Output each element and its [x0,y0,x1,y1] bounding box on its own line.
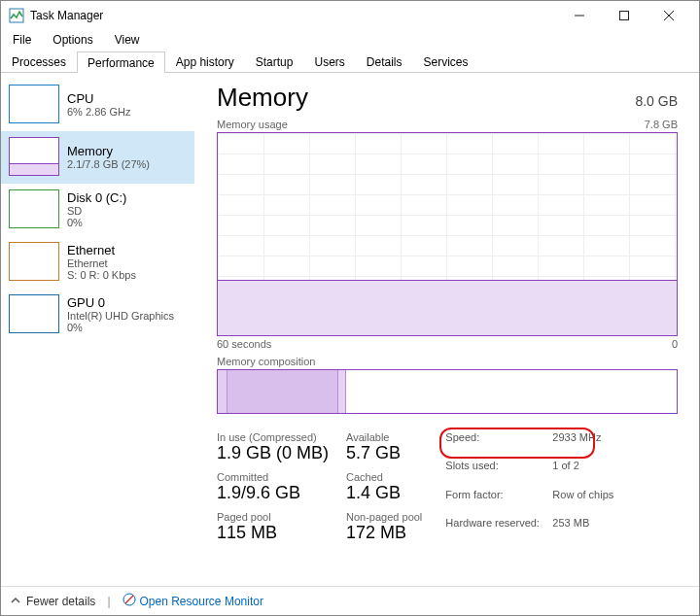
stat-value: 1.4 GB [346,483,422,503]
composition-segment [218,370,228,413]
sidebar-item-disk[interactable]: Disk 0 (C:) SD 0% [1,184,194,236]
sidebar-item-sub: 6% 2.86 GHz [67,106,130,118]
tab-performance[interactable]: Performance [77,51,165,73]
gpu-thumb-icon [9,294,59,333]
ethernet-thumb-icon [9,242,59,281]
main-panel: Memory 8.0 GB Memory usage 7.8 GB 60 sec… [195,73,699,586]
usage-chart-max: 7.8 GB [645,119,678,130]
detail-label: Form factor: [445,489,552,515]
maximize-button[interactable] [602,1,647,30]
stat-available: Available 5.7 GB [346,431,422,463]
composition-segment [338,370,346,413]
fewer-details-button[interactable]: Fewer details [11,595,95,608]
tab-startup[interactable]: Startup [245,51,304,72]
sidebar-item-label: Memory [67,144,150,158]
sidebar-item-label: GPU 0 [67,295,174,310]
detail-label: Hardware reserved: [445,517,552,543]
detail-value: 253 MB [552,517,613,543]
stat-committed: Committed 1.9/9.6 GB [217,471,329,503]
sidebar-item-cpu[interactable]: CPU 6% 2.86 GHz [1,79,194,131]
stat-in-use: In use (Compressed) 1.9 GB (0 MB) [217,431,329,463]
titlebar: Task Manager [1,1,699,30]
menu-options[interactable]: Options [47,32,98,48]
sidebar-item-sub2: S: 0 R: 0 Kbps [67,269,136,281]
stat-cached: Cached 1.4 GB [346,471,422,503]
menu-view[interactable]: View [109,32,146,48]
disk-thumb-icon [9,189,59,228]
separator: | [107,595,110,608]
stat-value: 1.9/9.6 GB [217,483,329,503]
sidebar-item-sub2: 0% [67,322,174,333]
open-resource-monitor-link[interactable]: Open Resource Monitor [122,593,263,609]
close-button[interactable] [647,1,691,30]
resource-monitor-icon [122,593,136,609]
svg-line-6 [125,596,133,603]
link-label: Open Resource Monitor [140,595,263,608]
tab-users[interactable]: Users [303,51,355,72]
composition-label: Memory composition [217,356,678,367]
tab-services[interactable]: Services [413,51,479,72]
tab-processes[interactable]: Processes [1,51,77,72]
perf-sidebar: CPU 6% 2.86 GHz Memory 2.1/7.8 GB (27%) … [1,73,195,586]
stat-label: In use (Compressed) [217,431,329,443]
stat-label: Available [346,431,422,443]
page-heading: Memory [217,83,308,113]
detail-value: 1 of 2 [552,460,613,486]
sidebar-item-ethernet[interactable]: Ethernet Ethernet S: 0 R: 0 Kbps [1,236,194,289]
tab-details[interactable]: Details [356,51,413,72]
sidebar-item-sub2: 0% [67,217,126,228]
sidebar-item-gpu[interactable]: GPU 0 Intel(R) UHD Graphics 0% [1,289,194,341]
task-manager-icon [9,8,24,23]
stat-label: Paged pool [217,511,329,523]
usage-chart-label: Memory usage [217,119,288,130]
stat-label: Committed [217,471,329,483]
sidebar-item-sub: 2.1/7.8 GB (27%) [67,158,150,170]
sidebar-item-sub: SD [67,205,126,217]
composition-segment [228,370,338,413]
tab-strip: Processes Performance App history Startu… [1,50,699,73]
stat-label: Cached [346,471,422,483]
memory-total: 8.0 GB [635,93,678,109]
stat-value: 115 MB [217,523,329,543]
memory-usage-chart[interactable] [217,132,678,336]
minimize-button[interactable] [557,1,602,30]
sidebar-item-label: Ethernet [67,243,136,257]
stat-value: 1.9 GB (0 MB) [217,443,329,463]
menu-file[interactable]: File [7,32,37,48]
content-area: CPU 6% 2.86 GHz Memory 2.1/7.8 GB (27%) … [1,73,699,586]
fewer-details-label: Fewer details [26,595,95,608]
menubar: File Options View [1,30,699,50]
stat-value: 172 MB [346,523,422,543]
sidebar-item-label: Disk 0 (C:) [67,190,126,205]
sidebar-item-sub: Ethernet [67,257,136,269]
cpu-thumb-icon [9,85,59,123]
svg-rect-2 [620,12,629,20]
memory-details: Speed: 2933 MHz Slots used: 1 of 2 Form … [445,431,613,543]
sidebar-item-sub: Intel(R) UHD Graphics [67,310,174,322]
tab-app-history[interactable]: App history [165,51,245,72]
detail-label: Slots used: [445,460,552,486]
detail-value: Row of chips [552,489,613,515]
chevron-up-icon [11,595,20,608]
stat-value: 5.7 GB [346,443,422,463]
chart-xaxis-left: 60 seconds [217,338,271,350]
window-title: Task Manager [30,9,103,22]
chart-xaxis-right: 0 [672,338,678,350]
sidebar-item-memory[interactable]: Memory 2.1/7.8 GB (27%) [1,131,194,184]
memory-usage-fill [218,280,677,335]
sidebar-item-label: CPU [67,91,130,106]
memory-composition-chart[interactable] [217,369,678,414]
memory-thumb-icon [9,137,59,176]
detail-value: 2933 MHz [552,431,613,458]
stat-paged-pool: Paged pool 115 MB [217,511,329,543]
bottom-bar: Fewer details | Open Resource Monitor [1,586,699,615]
detail-label: Speed: [445,431,552,458]
stat-nonpaged-pool: Non-paged pool 172 MB [346,511,422,543]
stat-label: Non-paged pool [346,511,422,523]
